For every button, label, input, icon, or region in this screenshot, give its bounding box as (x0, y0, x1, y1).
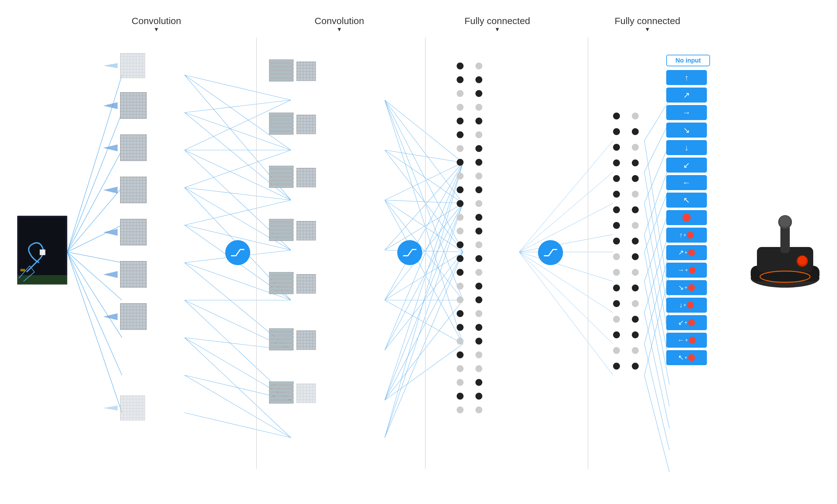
svg-rect-121 (269, 112, 293, 116)
svg-rect-115 (269, 63, 293, 66)
svg-marker-113 (103, 406, 118, 411)
svg-rect-125 (269, 128, 293, 131)
svg-rect-138 (269, 230, 293, 233)
fc1-header: Fully connected ▼ (463, 16, 532, 33)
svg-rect-157 (269, 385, 293, 388)
svg-rect-145 (269, 283, 293, 286)
svg-marker-111 (103, 271, 118, 278)
conv1-header: Convolution ▼ (125, 16, 188, 33)
svg-rect-161 (269, 400, 293, 403)
svg-point-168 (780, 216, 791, 227)
svg-marker-110 (103, 229, 118, 236)
svg-rect-151 (269, 336, 293, 339)
conv2-fm-4 (269, 272, 316, 296)
svg-rect-136 (269, 222, 293, 226)
fc2-title: Fully connected (613, 16, 682, 26)
svg-marker-108 (103, 144, 118, 151)
svg-rect-158 (269, 389, 293, 392)
svg-rect-130 (269, 173, 293, 176)
svg-rect-123 (269, 120, 293, 123)
conv2-fm-2 (269, 166, 316, 190)
conv2-header: Convolution ▼ (300, 16, 378, 33)
action-right-fire[interactable]: →+ (666, 263, 707, 277)
svg-rect-105 (40, 250, 46, 255)
svg-marker-109 (103, 187, 118, 194)
joystick (748, 203, 823, 278)
action-down-fire[interactable]: ↓+ (666, 298, 707, 313)
svg-rect-153 (269, 343, 293, 346)
svg-rect-119 (269, 78, 293, 81)
svg-rect-104 (20, 269, 25, 271)
fc1-title: Fully connected (463, 16, 532, 26)
fc2-header: Fully connected ▼ (613, 16, 682, 33)
svg-rect-160 (269, 396, 293, 400)
action-up-fire[interactable]: ↑+ (666, 228, 707, 242)
svg-marker-106 (103, 63, 118, 68)
conv1-fm-1 (103, 92, 147, 119)
action-up-left-fire[interactable]: ↖+ (666, 350, 707, 365)
action-up-left[interactable]: ↖ (666, 193, 707, 208)
action-down-left[interactable]: ↙ (666, 158, 707, 173)
svg-rect-140 (269, 238, 293, 241)
svg-rect-150 (269, 332, 293, 335)
conv1-fm-2 (103, 134, 147, 161)
conv2-fm-3 (269, 219, 316, 242)
svg-rect-128 (269, 166, 293, 169)
fc2-nodes-2 (632, 112, 639, 370)
action-left[interactable]: ← (666, 175, 707, 190)
svg-rect-146 (269, 287, 293, 290)
action-up-right-fire[interactable]: ↗+ (666, 245, 707, 260)
relu1 (225, 240, 250, 265)
relu3 (538, 240, 563, 265)
svg-rect-149 (269, 328, 293, 331)
conv1-fm-5 (103, 261, 147, 288)
input-image (17, 216, 67, 285)
relu2 (397, 240, 422, 265)
svg-rect-154 (269, 347, 293, 350)
no-input-badge: No input (666, 55, 710, 66)
svg-rect-152 (269, 340, 293, 343)
svg-rect-143 (269, 276, 293, 279)
output-panel: No input ↑ ↗ → ↘ ↓ ↙ ← ↖ ↑+ ↗+ →+ ↘+ ↓+ … (666, 55, 710, 365)
conv2-fm-0 (269, 59, 316, 83)
action-fire[interactable] (666, 210, 707, 225)
conv1-fm-7 (103, 396, 145, 420)
conv2-fm-6 (269, 381, 316, 405)
conv1-fm-3 (103, 177, 147, 203)
action-down-right-fire[interactable]: ↘+ (666, 280, 707, 295)
action-left-fire[interactable]: ←+ (666, 333, 707, 348)
fc1-nodes (457, 62, 464, 413)
svg-rect-131 (269, 177, 293, 180)
svg-rect-133 (269, 184, 293, 187)
svg-rect-159 (269, 393, 293, 396)
action-down[interactable]: ↓ (666, 140, 707, 155)
svg-rect-132 (269, 181, 293, 184)
action-down-right[interactable]: ↘ (666, 123, 707, 138)
svg-rect-135 (269, 219, 293, 222)
svg-rect-118 (269, 74, 293, 77)
svg-rect-129 (269, 169, 293, 173)
svg-marker-107 (103, 102, 118, 109)
action-down-left-fire[interactable]: ↙+ (666, 315, 707, 330)
svg-rect-126 (269, 131, 293, 134)
action-up-right[interactable]: ↗ (666, 88, 707, 103)
conv1-fm-0 (103, 53, 145, 78)
svg-rect-122 (269, 116, 293, 120)
conv2-title: Convolution (300, 16, 378, 26)
action-up[interactable]: ↑ (666, 70, 707, 85)
conv1-fm-6 (103, 303, 147, 330)
svg-rect-139 (269, 234, 293, 237)
svg-rect-144 (269, 280, 293, 283)
conv2-fm-5 (269, 328, 316, 352)
svg-rect-142 (269, 272, 293, 275)
svg-rect-137 (269, 227, 293, 230)
conv2-fm-1 (269, 112, 316, 136)
svg-rect-147 (269, 291, 293, 294)
svg-rect-114 (269, 59, 293, 62)
fc2-nodes (613, 112, 620, 370)
svg-point-171 (798, 256, 807, 265)
svg-rect-103 (17, 275, 67, 285)
svg-rect-116 (269, 67, 293, 70)
action-right[interactable]: → (666, 105, 707, 120)
svg-rect-156 (269, 381, 293, 384)
